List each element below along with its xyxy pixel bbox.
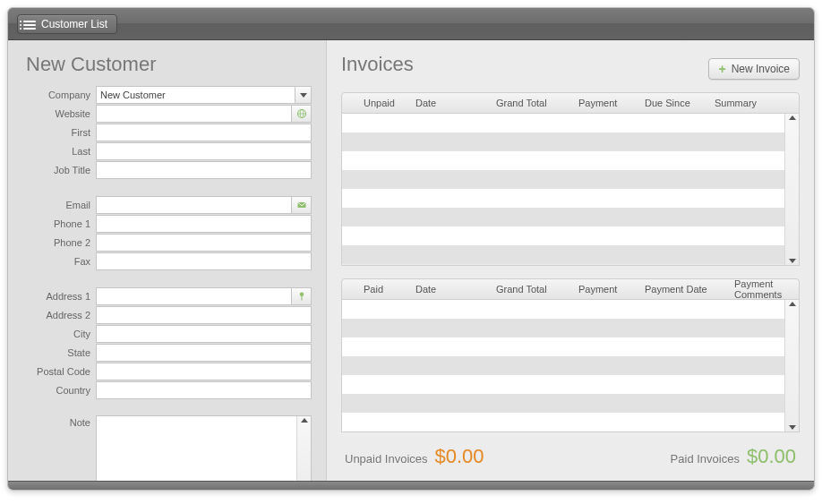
map-pin-icon: [296, 291, 307, 302]
list-icon: [23, 19, 36, 30]
customer-list-label: Customer List: [41, 18, 107, 30]
website-input[interactable]: [96, 105, 292, 123]
scroll-up-icon: [789, 302, 796, 306]
col-unpaid-due[interactable]: Due Since: [641, 98, 711, 108]
scroll-down-icon: [789, 425, 796, 430]
address1-input[interactable]: [96, 287, 292, 305]
table-row[interactable]: [342, 114, 784, 132]
col-unpaid-status[interactable]: Unpaid: [342, 98, 412, 108]
table-row[interactable]: [342, 337, 784, 356]
fax-label: Fax: [26, 256, 96, 267]
unpaid-table-header: Unpaid Date Grand Total Payment Due Sinc…: [341, 92, 800, 114]
first-input[interactable]: [96, 124, 312, 141]
invoices-heading: Invoices: [341, 53, 414, 76]
col-paid-payment[interactable]: Payment: [575, 284, 641, 295]
table-row[interactable]: [342, 319, 784, 337]
contact-group: Email Phone 1 Phone 2: [26, 195, 312, 271]
svg-point-4: [299, 293, 304, 297]
city-label: City: [26, 329, 96, 339]
content-area: New Customer Company Website: [8, 40, 814, 481]
state-label: State: [26, 347, 96, 358]
chevron-down-icon: [300, 93, 307, 98]
table-row[interactable]: [342, 189, 784, 208]
address-group: Address 1 Address 2 City: [26, 286, 312, 400]
last-input[interactable]: [96, 142, 312, 160]
email-label: Email: [26, 200, 96, 210]
plus-icon: +: [718, 63, 725, 75]
show-map-button[interactable]: [292, 287, 312, 305]
col-paid-comments[interactable]: Payment Comments: [731, 278, 799, 300]
totals-row: Unpaid Invoices $0.00 Paid Invoices $0.0…: [341, 445, 800, 468]
col-paid-paydate[interactable]: Payment Date: [641, 284, 731, 295]
address2-input[interactable]: [96, 306, 312, 324]
phone1-input[interactable]: [96, 215, 312, 233]
table-row[interactable]: [342, 394, 784, 413]
scroll-up-icon: [789, 115, 796, 120]
table-row[interactable]: [342, 151, 784, 170]
invoices-panel: Invoices + New Invoice Unpaid Date Grand…: [327, 40, 814, 481]
col-paid-total[interactable]: Grand Total: [492, 284, 575, 295]
col-unpaid-payment[interactable]: Payment: [575, 98, 641, 108]
bottom-bar: [8, 481, 814, 490]
postal-input[interactable]: [96, 363, 312, 380]
table-row[interactable]: [342, 356, 784, 375]
city-input[interactable]: [96, 325, 312, 343]
col-unpaid-summary[interactable]: Summary: [711, 98, 799, 108]
jobtitle-label: Job Title: [26, 165, 96, 175]
postal-label: Postal Code: [26, 366, 96, 377]
company-dropdown-button[interactable]: [295, 86, 312, 104]
phone2-input[interactable]: [96, 234, 312, 252]
paid-invoices-table: Paid Date Grand Total Payment Payment Da…: [341, 278, 800, 432]
open-website-button[interactable]: [292, 105, 312, 123]
country-label: Country: [26, 385, 96, 396]
new-invoice-button[interactable]: + New Invoice: [708, 58, 800, 80]
address1-label: Address 1: [26, 291, 96, 302]
scroll-down-icon: [789, 259, 796, 263]
company-input[interactable]: [96, 86, 295, 104]
note-scrollbar[interactable]: [296, 416, 311, 481]
website-label: Website: [26, 108, 96, 119]
fax-input[interactable]: [96, 252, 312, 270]
table-row[interactable]: [342, 208, 784, 226]
phone2-label: Phone 2: [26, 237, 96, 248]
scroll-up-icon: [301, 418, 308, 423]
note-group: Note: [26, 415, 312, 481]
mail-icon: [296, 200, 307, 210]
note-label: Note: [26, 415, 96, 481]
table-row[interactable]: [342, 413, 784, 431]
col-paid-status[interactable]: Paid: [342, 284, 412, 295]
phone1-label: Phone 1: [26, 218, 96, 229]
company-label: Company: [26, 90, 96, 100]
first-label: First: [26, 127, 96, 138]
unpaid-rows: [342, 114, 784, 265]
country-input[interactable]: [96, 381, 312, 399]
unpaid-total-value: $0.00: [435, 445, 484, 468]
jobtitle-input[interactable]: [96, 161, 312, 179]
note-input[interactable]: [97, 416, 296, 481]
new-invoice-label: New Invoice: [732, 63, 790, 75]
paid-rows: [342, 300, 784, 431]
email-input[interactable]: [96, 196, 292, 214]
table-row[interactable]: [342, 300, 784, 319]
col-paid-date[interactable]: Date: [412, 284, 492, 295]
table-row[interactable]: [342, 170, 784, 189]
globe-icon: [296, 108, 307, 119]
unpaid-invoices-table: Unpaid Date Grand Total Payment Due Sinc…: [341, 92, 800, 266]
paid-table-header: Paid Date Grand Total Payment Payment Da…: [341, 278, 800, 300]
paid-scrollbar[interactable]: [784, 300, 799, 431]
customer-list-button[interactable]: Customer List: [17, 14, 117, 34]
state-input[interactable]: [96, 344, 312, 362]
identity-group: Company Website Firs: [26, 85, 312, 180]
unpaid-scrollbar[interactable]: [784, 114, 799, 265]
new-customer-heading: New Customer: [26, 53, 312, 76]
customer-form-panel: New Customer Company Website: [8, 40, 327, 481]
paid-total-value: $0.00: [747, 445, 796, 468]
col-unpaid-date[interactable]: Date: [412, 98, 492, 108]
col-unpaid-total[interactable]: Grand Total: [492, 98, 575, 108]
app-window: Customer List New Customer Company Websi…: [7, 7, 815, 491]
table-row[interactable]: [342, 132, 784, 151]
send-email-button[interactable]: [292, 196, 312, 214]
table-row[interactable]: [342, 245, 784, 264]
table-row[interactable]: [342, 226, 784, 245]
table-row[interactable]: [342, 375, 784, 394]
